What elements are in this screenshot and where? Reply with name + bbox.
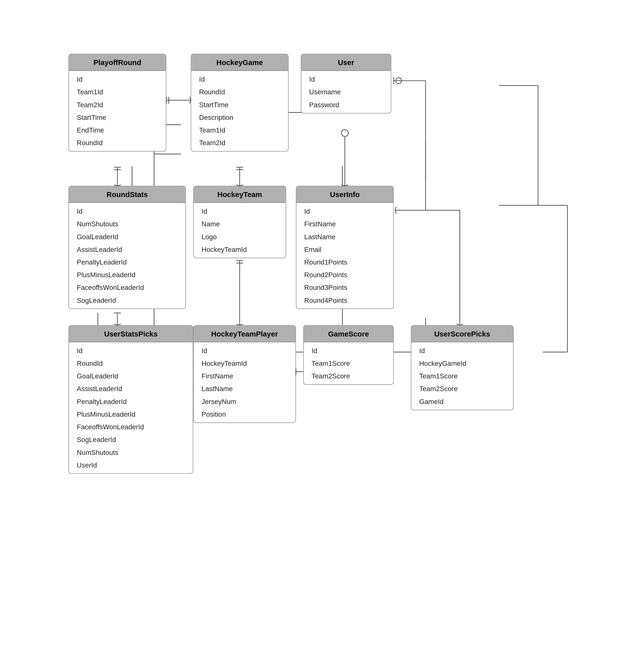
field-HockeyTeamPlayer-Id: Id xyxy=(194,344,296,357)
body-HockeyTeam: Id Name Logo HockeyTeamId xyxy=(194,203,285,258)
field-HockeyTeamPlayer-HockeyTeamId: HockeyTeamId xyxy=(194,357,296,369)
field-UserStatsPicks-Id: Id xyxy=(69,344,193,357)
table-RoundStats: RoundStats Id NumShutouts GoalLeaderId A… xyxy=(69,186,186,309)
svg-line-49 xyxy=(395,210,396,214)
field-UserInfo-FirstName: FirstName xyxy=(297,218,393,230)
body-HockeyGame: Id RoundId StartTime Description Team1Id… xyxy=(191,71,288,151)
table-UserInfo: UserInfo Id FirstName LastName Email Rou… xyxy=(296,186,394,309)
field-UserStatsPicks-PenaltyLeaderId: PenaltyLeaderId xyxy=(69,395,193,408)
header-UserStatsPicks: UserStatsPicks xyxy=(69,326,193,342)
field-UserScorePicks-HockeyGameId: HockeyGameId xyxy=(411,357,513,369)
body-PlayoffRound: Id Team1Id Team2Id StartTime EndTime Rou… xyxy=(69,71,166,151)
field-PlayoffRound-RoundId: RoundId xyxy=(69,137,166,149)
field-UserScorePicks-GameId: GameId xyxy=(411,395,513,408)
field-RoundStats-SogLeaderId: SogLeaderId xyxy=(69,294,185,307)
field-PlayoffRound-Team2Id: Team2Id xyxy=(69,98,166,111)
field-HockeyTeam-HockeyTeamId: HockeyTeamId xyxy=(194,243,285,256)
body-RoundStats: Id NumShutouts GoalLeaderId AssistLeader… xyxy=(69,203,185,309)
header-HockeyTeam: HockeyTeam xyxy=(194,186,285,203)
svg-point-51 xyxy=(396,78,402,83)
field-HockeyGame-Description: Description xyxy=(191,111,288,124)
svg-line-48 xyxy=(395,207,396,211)
body-UserInfo: Id FirstName LastName Email Round1Points… xyxy=(297,203,393,309)
field-UserScorePicks-Team2Score: Team2Score xyxy=(411,382,513,395)
field-UserScorePicks-Id: Id xyxy=(411,344,513,357)
header-User: User xyxy=(301,54,391,71)
field-UserStatsPicks-FaceoffsWonLeaderId: FaceoffsWonLeaderId xyxy=(69,421,193,433)
field-UserStatsPicks-GoalLeaderId: GoalLeaderId xyxy=(69,370,193,382)
table-PlayoffRound: PlayoffRound Id Team1Id Team2Id StartTim… xyxy=(69,54,166,152)
field-PlayoffRound-Team1Id: Team1Id xyxy=(69,86,166,98)
field-RoundStats-Id: Id xyxy=(69,205,185,218)
field-UserInfo-Round1Points: Round1Points xyxy=(297,256,393,268)
field-HockeyGame-StartTime: StartTime xyxy=(191,98,288,111)
field-User-Id: Id xyxy=(301,73,391,86)
field-HockeyTeamPlayer-Position: Position xyxy=(194,408,296,421)
field-HockeyTeam-Logo: Logo xyxy=(194,230,285,243)
field-GameScore-Id: Id xyxy=(304,344,394,357)
table-User: User Id Username Password xyxy=(301,54,392,113)
field-UserInfo-Round4Points: Round4Points xyxy=(297,294,393,307)
field-HockeyTeamPlayer-JerseyNum: JerseyNum xyxy=(194,395,296,408)
field-PlayoffRound-EndTime: EndTime xyxy=(69,124,166,137)
field-UserStatsPicks-AssistLeaderId: AssistLeaderId xyxy=(69,382,193,395)
table-HockeyTeamPlayer: HockeyTeamPlayer Id HockeyTeamId FirstNa… xyxy=(193,325,296,423)
table-UserScorePicks: UserScorePicks Id HockeyGameId Team1Scor… xyxy=(411,325,514,410)
table-HockeyTeam: HockeyTeam Id Name Logo HockeyTeamId xyxy=(193,186,286,258)
header-PlayoffRound: PlayoffRound xyxy=(69,54,166,71)
field-RoundStats-PenaltyLeaderId: PenaltyLeaderId xyxy=(69,256,185,268)
field-RoundStats-FaceoffsWonLeaderId: FaceoffsWonLeaderId xyxy=(69,281,185,294)
field-RoundStats-NumShutouts: NumShutouts xyxy=(69,218,185,230)
field-UserStatsPicks-SogLeaderId: SogLeaderId xyxy=(69,433,193,446)
header-HockeyTeamPlayer: HockeyTeamPlayer xyxy=(194,326,296,342)
field-PlayoffRound-StartTime: StartTime xyxy=(69,111,166,124)
field-HockeyTeam-Name: Name xyxy=(194,218,285,230)
header-GameScore: GameScore xyxy=(304,326,394,342)
body-UserScorePicks: Id HockeyGameId Team1Score Team2Score Ga… xyxy=(411,342,513,410)
header-UserScorePicks: UserScorePicks xyxy=(411,326,513,342)
field-RoundStats-GoalLeaderId: GoalLeaderId xyxy=(69,230,185,243)
table-GameScore: GameScore Id Team1Score Team2Score xyxy=(303,325,394,385)
field-RoundStats-AssistLeaderId: AssistLeaderId xyxy=(69,243,185,256)
field-HockeyGame-Id: Id xyxy=(191,73,288,86)
svg-point-42 xyxy=(341,129,348,137)
field-UserStatsPicks-NumShutouts: NumShutouts xyxy=(69,446,193,459)
field-User-Username: Username xyxy=(301,86,391,98)
body-HockeyTeamPlayer: Id HockeyTeamId FirstName LastName Jerse… xyxy=(194,342,296,422)
body-User: Id Username Password xyxy=(301,71,391,113)
field-HockeyTeamPlayer-LastName: LastName xyxy=(194,382,296,395)
header-RoundStats: RoundStats xyxy=(69,186,185,203)
field-UserStatsPicks-PlusMinusLeaderId: PlusMinusLeaderId xyxy=(69,408,193,421)
diagram-container: PlayoffRound Id Team1Id Team2Id StartTim… xyxy=(0,0,633,672)
header-UserInfo: UserInfo xyxy=(297,186,393,203)
body-UserStatsPicks: Id RoundId GoalLeaderId AssistLeaderId P… xyxy=(69,342,193,473)
field-UserInfo-Id: Id xyxy=(297,205,393,218)
field-GameScore-Team2Score: Team2Score xyxy=(304,370,394,382)
field-UserInfo-LastName: LastName xyxy=(297,230,393,243)
field-RoundStats-PlusMinusLeaderId: PlusMinusLeaderId xyxy=(69,268,185,281)
field-UserStatsPicks-UserId: UserId xyxy=(69,459,193,471)
table-HockeyGame: HockeyGame Id RoundId StartTime Descript… xyxy=(191,54,288,152)
field-HockeyGame-RoundId: RoundId xyxy=(191,86,288,98)
header-HockeyGame: HockeyGame xyxy=(191,54,288,71)
field-HockeyTeam-Id: Id xyxy=(194,205,285,218)
field-PlayoffRound-Id: Id xyxy=(69,73,166,86)
field-UserStatsPicks-RoundId: RoundId xyxy=(69,357,193,369)
field-HockeyGame-Team1Id: Team1Id xyxy=(191,124,288,137)
field-HockeyGame-Team2Id: Team2Id xyxy=(191,137,288,149)
table-UserStatsPicks: UserStatsPicks Id RoundId GoalLeaderId A… xyxy=(69,325,193,474)
field-UserInfo-Email: Email xyxy=(297,243,393,256)
field-HockeyTeamPlayer-FirstName: FirstName xyxy=(194,370,296,382)
field-UserScorePicks-Team1Score: Team1Score xyxy=(411,370,513,382)
field-User-Password: Password xyxy=(301,98,391,111)
field-GameScore-Team1Score: Team1Score xyxy=(304,357,394,369)
field-UserInfo-Round2Points: Round2Points xyxy=(297,268,393,281)
field-UserInfo-Round3Points: Round3Points xyxy=(297,281,393,294)
body-GameScore: Id Team1Score Team2Score xyxy=(304,342,394,384)
